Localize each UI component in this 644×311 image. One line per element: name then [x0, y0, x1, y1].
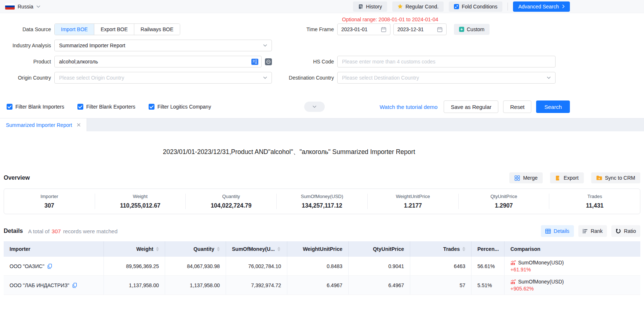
expand-conditions-button[interactable] [304, 102, 325, 112]
origin-label: Origin Country [0, 75, 54, 81]
col-quantity[interactable]: Quantity [165, 241, 226, 257]
product-input[interactable] [59, 59, 248, 65]
col-comparison: Comparison [505, 241, 640, 257]
regular-cond-button[interactable]: Regular Cond. [392, 1, 444, 12]
sort-icon[interactable] [217, 247, 220, 251]
merge-label: Merge [523, 175, 538, 181]
close-icon[interactable] [77, 123, 81, 127]
industry-select[interactable]: Summarized Importer Report [54, 40, 272, 51]
filter-blank-exporters-checkbox[interactable]: Filter Blank Exporters [77, 104, 135, 110]
tutorial-link[interactable]: Watch the tutorial demo [380, 104, 438, 110]
filter-blank-exporters-label: Filter Blank Exporters [86, 104, 135, 110]
overview-actions: Merge Export Sync to CRM [509, 172, 640, 183]
regular-cond-label: Regular Cond. [405, 4, 439, 10]
divider [507, 3, 508, 11]
advanced-search-button[interactable]: Advanced Search [513, 1, 570, 12]
view-ratio-button[interactable]: Ratio [611, 225, 640, 237]
origin-select[interactable]: Please select Origin Country [54, 72, 272, 84]
export-icon [555, 175, 561, 181]
quantity-value: 1,137,958.00 [165, 276, 226, 294]
sync-to-crm-label: Sync to CRM [605, 175, 635, 181]
hs-code-label: HS Code [272, 59, 337, 65]
date-end-input[interactable] [397, 26, 435, 32]
table-row[interactable]: ООО "ОАЗИС" 89,596,369.25 84,067,930.98 … [4, 257, 640, 276]
fold-conditions-button[interactable]: Fold Conditions [449, 1, 502, 12]
reset-button[interactable]: Reset [503, 100, 531, 113]
qty-unit-price-value: 6.4967 [349, 276, 410, 294]
hs-code-field[interactable] [337, 56, 556, 67]
comparison-change: +61.91% [510, 267, 564, 272]
top-bar-actions: History Regular Cond. Fold Conditions Ad… [353, 1, 570, 12]
col-sum-of-money[interactable]: SumOfMoney(U... [226, 241, 287, 257]
date-start-input[interactable] [341, 26, 379, 32]
col-weight[interactable]: Weight [104, 241, 165, 257]
translate-icon[interactable]: 文A [251, 59, 258, 65]
rank-icon [583, 229, 588, 234]
row-countries: Origin Country Please select Origin Coun… [0, 72, 644, 84]
row-data-source: Data Source Import BOE Export BOE Railwa… [0, 23, 644, 35]
destination-placeholder: Please select Destination Country [342, 75, 419, 81]
advanced-search-label: Advanced Search [518, 4, 559, 10]
sort-icon[interactable] [462, 247, 465, 251]
save-as-regular-button[interactable]: Save as Regular [444, 100, 498, 113]
result-tab-strip: Summarized Importer Report [0, 118, 644, 131]
details-total-suffix: records were matched [63, 228, 117, 234]
tab-railways-boe[interactable]: Railways BOE [134, 24, 179, 35]
fold-conditions-label: Fold Conditions [462, 4, 497, 10]
sort-icon[interactable] [277, 247, 280, 251]
copy-icon[interactable] [72, 283, 77, 288]
comparison-metric: SumOfMoney(USD) [518, 279, 564, 285]
search-button[interactable]: Search [536, 100, 570, 113]
country-selector[interactable]: Russia [5, 3, 40, 10]
trend-chart-icon [510, 279, 516, 284]
no-circle-icon [265, 58, 272, 65]
hs-code-input[interactable] [342, 59, 552, 65]
stat-trades: Trades 11,431 [549, 194, 640, 209]
weight-unit-price-value: 0.8483 [287, 257, 349, 275]
product-field[interactable]: 文A [54, 56, 262, 67]
date-end-field[interactable] [393, 23, 447, 35]
history-button[interactable]: History [353, 1, 387, 12]
weight-value: 1,137,958.00 [104, 276, 165, 294]
view-ratio-label: Ratio [624, 228, 636, 234]
sort-icon[interactable] [156, 247, 159, 251]
view-details-button[interactable]: Details [541, 225, 574, 237]
overview-heading: Overview [4, 175, 30, 181]
svg-text:A: A [255, 61, 257, 65]
export-button[interactable]: Export [550, 172, 583, 183]
col-trades[interactable]: Trades [410, 241, 472, 257]
merge-icon [514, 175, 520, 181]
exclude-words-button[interactable] [265, 58, 272, 65]
filter-blank-importers-checkbox[interactable]: Filter Blank Importers [7, 104, 64, 110]
date-start-field[interactable] [337, 23, 390, 35]
details-header: Details A total of 307 records were matc… [4, 225, 640, 237]
sync-to-crm-button[interactable]: Sync to CRM [591, 172, 640, 183]
filter-logitics-company-checkbox[interactable]: Filter Logitics Company [149, 104, 211, 110]
view-rank-label: Rank [591, 228, 603, 234]
history-label: History [366, 4, 382, 10]
percentage-value: 56.61% [472, 257, 505, 275]
tab-import-boe[interactable]: Import BOE [55, 24, 94, 35]
copy-icon[interactable] [47, 264, 52, 269]
sum-of-money-value: 76,002,784.10 [226, 257, 287, 275]
stat-weight-unit-price: WeightUnitPrice 1.2177 [367, 194, 458, 209]
details-total-count: 307 [52, 228, 61, 234]
view-rank-button[interactable]: Rank [578, 225, 607, 237]
tab-export-boe[interactable]: Export BOE [94, 24, 134, 35]
overview-section: Overview Merge Export Sync to CRM Import… [0, 172, 644, 295]
tab-summarized-importer-report[interactable]: Summarized Importer Report [0, 118, 87, 131]
trades-value: 57 [410, 276, 472, 294]
importer-name[interactable]: ООО "ОАЗИС" [10, 263, 44, 269]
country-name: Russia [18, 4, 33, 10]
row-product: Product 文A HS Code [0, 56, 644, 67]
destination-select[interactable]: Please select Destination Country [337, 72, 556, 84]
checkbox-checked-icon [7, 104, 12, 110]
merge-button[interactable]: Merge [509, 172, 543, 183]
col-weight-unit-price: WeightUnitPrice [287, 241, 349, 257]
stat-quantity: Quantity 104,022,724.79 [185, 194, 276, 209]
product-label: Product [0, 59, 54, 65]
table-row[interactable]: ООО "ЛАБ ИНДАСТРИЗ" 1,137,958.00 1,137,9… [4, 276, 640, 295]
custom-range-button[interactable]: Custom [454, 24, 490, 35]
search-actions: Watch the tutorial demo Save as Regular … [380, 100, 570, 113]
importer-name[interactable]: ООО "ЛАБ ИНДАСТРИЗ" [10, 282, 69, 288]
